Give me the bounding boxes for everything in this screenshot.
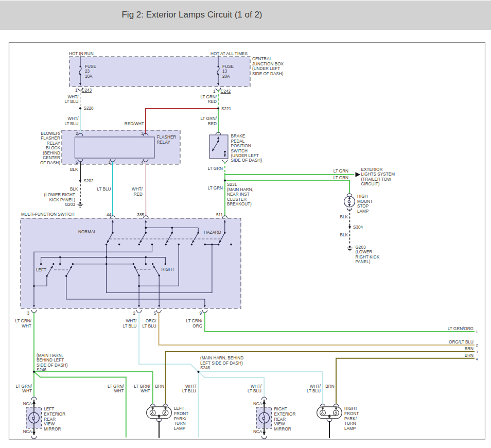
svg-text:S202: S202 xyxy=(84,179,94,183)
svg-text:RIGHT: RIGHT xyxy=(274,407,287,411)
svg-text:2: 2 xyxy=(76,131,78,136)
svg-text:3: 3 xyxy=(141,131,144,136)
svg-text:(LOWER RIGHT: (LOWER RIGHT xyxy=(44,193,76,197)
svg-text:MIRROR: MIRROR xyxy=(274,427,291,432)
svg-text:(LOWER: (LOWER xyxy=(356,250,373,254)
svg-text:TURN: TURN xyxy=(174,421,186,426)
svg-text:LT GRN/: LT GRN/ xyxy=(134,384,150,389)
svg-text:5: 5 xyxy=(76,160,78,165)
svg-text:RIGHT KICK: RIGHT KICK xyxy=(356,255,380,260)
svg-text:BLOCK: BLOCK xyxy=(46,146,60,150)
svg-text:WHT/: WHT/ xyxy=(132,187,143,192)
svg-text:BLK: BLK xyxy=(70,187,78,192)
svg-text:EXTERIOR: EXTERIOR xyxy=(44,412,65,417)
svg-text:HAZARD: HAZARD xyxy=(204,230,221,235)
svg-text:WHT/: WHT/ xyxy=(68,116,79,121)
svg-text:LT BLU: LT BLU xyxy=(65,99,79,104)
svg-text:CENTER: CENTER xyxy=(43,156,60,160)
svg-text:13: 13 xyxy=(222,69,227,74)
svg-text:FLASHER: FLASHER xyxy=(41,136,60,141)
svg-text:BRN: BRN xyxy=(465,353,474,358)
svg-text:LT GRN/: LT GRN/ xyxy=(200,116,217,121)
svg-text:FUSE: FUSE xyxy=(222,64,234,69)
svg-text:WHT/: WHT/ xyxy=(310,384,321,389)
svg-text:MIRROR: MIRROR xyxy=(44,427,61,432)
svg-text:(MAIN HARN,: (MAIN HARN, xyxy=(227,187,253,192)
svg-text:10A: 10A xyxy=(85,74,93,79)
svg-text:C243: C243 xyxy=(82,88,92,93)
svg-text:BRAKE: BRAKE xyxy=(231,134,246,139)
svg-text:WHT/: WHT/ xyxy=(126,319,137,323)
svg-text:RIGHT: RIGHT xyxy=(162,267,174,272)
svg-text:RIGHT: RIGHT xyxy=(344,406,357,411)
svg-text:LAMP: LAMP xyxy=(357,209,369,214)
svg-text:LIGHTS SYSTEM: LIGHTS SYSTEM xyxy=(361,172,395,177)
svg-text:LT GRN: LT GRN xyxy=(334,176,348,180)
svg-text:(UNDER LEFT: (UNDER LEFT xyxy=(252,66,280,71)
svg-text:1: 1 xyxy=(75,88,78,93)
svg-text:NCA: NCA xyxy=(23,402,32,406)
svg-text:BLOWER/: BLOWER/ xyxy=(41,131,60,136)
svg-text:PARK/: PARK/ xyxy=(174,417,187,421)
svg-text:KICK PANEL): KICK PANEL) xyxy=(49,198,76,202)
svg-text:LT GRN: LT GRN xyxy=(334,169,348,174)
svg-text:S221: S221 xyxy=(221,107,232,111)
svg-text:S246: S246 xyxy=(200,366,211,370)
svg-text:SWITCH: SWITCH xyxy=(231,149,248,153)
svg-text:LT GRN/ORG: LT GRN/ORG xyxy=(448,326,474,331)
svg-text:LT BLU: LT BLU xyxy=(182,389,196,393)
svg-text:HIGH: HIGH xyxy=(357,194,368,199)
svg-text:LT BLU: LT BLU xyxy=(123,324,137,329)
svg-text:BREAKOUT): BREAKOUT) xyxy=(227,202,252,206)
svg-text:EXTERIOR: EXTERIOR xyxy=(274,412,296,417)
svg-text:LT BLU: LT BLU xyxy=(65,122,79,126)
svg-text:WHT: WHT xyxy=(141,389,150,393)
svg-text:WHT: WHT xyxy=(114,389,124,393)
svg-text:LEFT: LEFT xyxy=(44,407,54,411)
svg-text:3: 3 xyxy=(476,350,478,354)
svg-text:23: 23 xyxy=(85,69,90,74)
svg-text:RED: RED xyxy=(208,122,217,126)
svg-text:WHT/: WHT/ xyxy=(185,384,197,389)
svg-text:LT BLU: LT BLU xyxy=(97,187,111,192)
svg-text:JUNCTION BOX: JUNCTION BOX xyxy=(252,62,284,66)
svg-text:REAR: REAR xyxy=(274,417,286,422)
svg-text:LT GRN/: LT GRN/ xyxy=(108,384,124,389)
svg-text:S228: S228 xyxy=(84,106,94,111)
svg-text:2: 2 xyxy=(476,343,478,347)
svg-text:(MAIN HARN, BEHIND: (MAIN HARN, BEHIND xyxy=(200,356,243,360)
svg-text:SIDE OF DASH): SIDE OF DASH) xyxy=(252,72,284,76)
svg-text:511: 511 xyxy=(216,213,223,217)
svg-text:PEDAL: PEDAL xyxy=(231,139,245,144)
svg-text:STOP: STOP xyxy=(357,204,369,209)
svg-text:BLK: BLK xyxy=(340,215,348,219)
svg-text:NCA: NCA xyxy=(253,402,262,406)
svg-text:1: 1 xyxy=(213,89,216,94)
svg-text:9: 9 xyxy=(199,311,202,316)
svg-text:RELAY: RELAY xyxy=(47,141,61,146)
svg-text:NCA: NCA xyxy=(253,429,262,434)
svg-text:WHT/: WHT/ xyxy=(68,95,79,99)
svg-text:BEHIND LEFT: BEHIND LEFT xyxy=(37,358,64,363)
svg-text:(TRAILER TOW: (TRAILER TOW xyxy=(361,177,392,182)
svg-text:WHT/: WHT/ xyxy=(251,384,262,389)
svg-text:NEAR INST: NEAR INST xyxy=(227,192,250,197)
svg-text:VIEW: VIEW xyxy=(44,422,55,426)
svg-text:ORG: ORG xyxy=(192,324,202,329)
svg-text:1: 1 xyxy=(108,160,111,165)
svg-text:POSITION: POSITION xyxy=(231,144,251,148)
svg-text:LT GRN/: LT GRN/ xyxy=(15,384,32,389)
svg-text:NCA: NCA xyxy=(23,429,32,434)
svg-text:RED: RED xyxy=(134,192,143,197)
svg-text:G203: G203 xyxy=(65,202,75,207)
svg-text:BLK: BLK xyxy=(70,167,78,172)
svg-text:OF DASH): OF DASH) xyxy=(40,161,60,165)
svg-text:4: 4 xyxy=(141,160,144,165)
svg-text:20A: 20A xyxy=(222,74,230,79)
svg-text:LAMP: LAMP xyxy=(344,426,356,431)
svg-text:S231: S231 xyxy=(227,182,237,187)
svg-text:MOUNT: MOUNT xyxy=(357,199,373,204)
svg-text:BLK: BLK xyxy=(340,233,348,237)
svg-text:BRN: BRN xyxy=(465,347,474,351)
svg-text:(MAIN HARN,: (MAIN HARN, xyxy=(37,353,63,358)
